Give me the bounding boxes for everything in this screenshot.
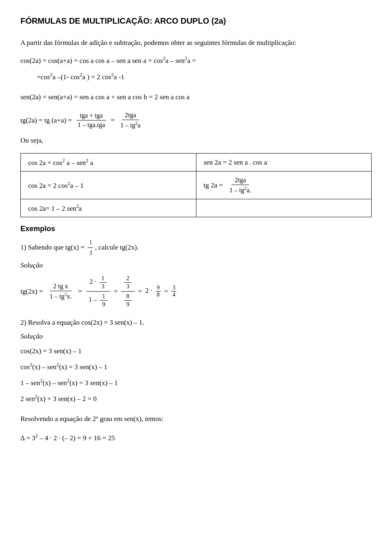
table-row: cos 2a = 2 cos2a – 1 tg 2a = 2tga 1 – tg…: [21, 171, 372, 199]
tg2x-inner-frac2: 1 9: [100, 292, 107, 308]
tg2x-label: tg(2x) =: [20, 288, 43, 296]
tg2a-fraction1: tga + tga 1 – tga.tga: [74, 111, 108, 129]
eq-step1: cos(2x) = 3 sen(x) – 1: [20, 345, 372, 358]
table-cell-cos2a-2: cos 2a = 2 cos2a – 1: [21, 171, 196, 199]
tg2a-eq: =: [111, 116, 115, 125]
solucao1-title: Solução: [20, 261, 372, 270]
table-cell-sen2a: sen 2a = 2 sen a . cos a: [196, 154, 372, 172]
tg2x-step3-inner: 2 3: [124, 274, 131, 290]
table-cell-empty: [196, 199, 372, 217]
table-cell-cos2a-3: cos 2a= 1 – 2 sen2a: [21, 199, 196, 217]
solucao2-title: Solução: [20, 332, 372, 341]
eq-step3: 1 – sen2(x) – sen2(x) = 3 sen(x) – 1: [20, 376, 372, 390]
eq-step2: cos2(x) – sen2(x) = 3 sen(x) – 1: [20, 360, 372, 374]
tg2x-step3-frac: 2 3 8 9: [121, 274, 135, 309]
tg2x-step2-frac: 2 · 1 3 1 – 1 9: [85, 274, 111, 309]
intro-text: A partir das fórmulas de adição e subtra…: [20, 37, 372, 48]
delta-line: Δ = 32 – 4 · 2 · (– 2) = 9 + 16 = 25: [20, 433, 372, 442]
tg2x-inner-frac1: 1 3: [99, 274, 107, 290]
tg2x-result: 3 4: [171, 285, 176, 298]
table-cell-cos2a-1: cos 2a = cos2 a – sen2 a: [21, 154, 196, 172]
cos2a-line2: =cos2a –(1- cos2a ) = 2 cos2a -1: [37, 70, 372, 83]
formulas-table: cos 2a = cos2 a – sen2 a sen 2a = 2 sen …: [20, 153, 372, 217]
tg2a-formula: tg(2a) = tg (a+a) = tga + tga 1 – tga.tg…: [20, 111, 372, 130]
table-cell-tg2a: tg 2a = 2tga 1 – tg2a.: [196, 171, 372, 199]
tg2x-eq4: =: [164, 288, 168, 296]
table-row: cos 2a = cos2 a – sen2 a sen 2a = 2 sen …: [21, 154, 372, 172]
page-title: FÓRMULAS DE MULTIPLICAÇÃO: ARCO DUPLO (2…: [20, 16, 372, 26]
tg2x-eq1: =: [78, 288, 82, 296]
ex1-text: 1) Sabendo que tg(x) = 1 3 , calcule tg(…: [20, 237, 372, 258]
ou-seja-label: Ou seja,: [20, 134, 372, 147]
eq-step4: 2 sen2(x) + 3 sen(x) – 2 = 0: [20, 392, 372, 406]
exemplos-title: Exemplos: [20, 225, 372, 233]
ex1-tgx-frac: 1 3: [88, 237, 93, 258]
tg2a-cell-frac: 2tga 1 – tg2a.: [226, 176, 254, 195]
tg2x-calculation: tg(2x) = 2 tg x 1 – tg2x. = 2 · 1 3 1 – …: [20, 274, 372, 309]
tg2x-step4: 2 · 9 8: [145, 285, 161, 298]
sen2a-line: sen(2a) = sen(a+a) = sen a cos a + sen a…: [20, 91, 372, 104]
tg2a-label: tg(2a) = tg (a+a) =: [20, 116, 72, 125]
ex2-text: 2) Resolva a equação cos(2x) = 3 sen(x) …: [20, 317, 372, 329]
tg2x-eq3: =: [138, 288, 142, 296]
tg2x-main-frac: 2 tg x 1 – tg2x.: [46, 282, 75, 301]
cos2a-line1: cos(2a) = cos(a+a) = cos a cos a – sen a…: [20, 54, 372, 67]
tg2x-step3-inner2: 8 9: [124, 292, 131, 308]
table-row: cos 2a= 1 – 2 sen2a: [21, 199, 372, 217]
tg2x-eq2: =: [114, 288, 118, 296]
resolv-text: Resolvendo a equação de 2º grau em sen(x…: [20, 413, 372, 426]
tg2a-fraction2: 2tga 1 – tg2a: [117, 111, 144, 130]
tg2x-step4-frac: 9 8: [156, 285, 161, 298]
tg2a-cell-label: tg 2a =: [204, 181, 223, 189]
